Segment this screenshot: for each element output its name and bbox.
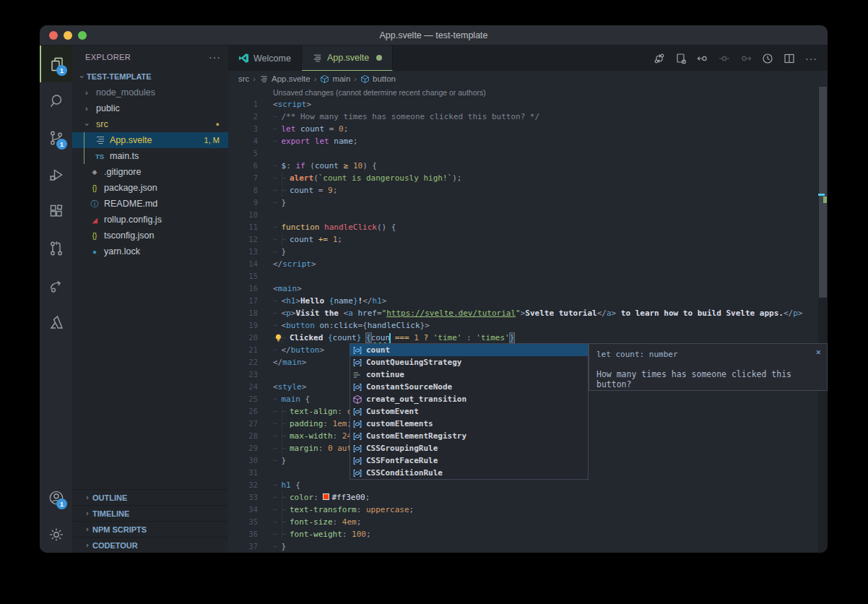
suggestion-cssconditionrule[interactable]: CSSConditionRule (350, 467, 588, 479)
code-line-8[interactable]: 8→→count = 9; (228, 184, 828, 197)
activity-item-settings[interactable] (40, 516, 72, 553)
code-line-35[interactable]: 35→→font-size: 4em; (228, 516, 828, 528)
breadcrumb-label: button (373, 74, 396, 83)
code-line-9[interactable]: 9→} (228, 197, 828, 209)
suggestion-count[interactable]: count (350, 344, 588, 356)
code-line-17[interactable]: 17→<h1>Hello {name}!</h1> (228, 295, 828, 307)
line-number: 12 (228, 233, 273, 246)
explorer-item-rollup-config-js[interactable]: ◢rollup.config.js (72, 212, 228, 228)
code-line-14[interactable]: 14</script> (228, 258, 828, 270)
code-line-33[interactable]: 33→→color: #ff3e00; (228, 491, 828, 504)
code-editor[interactable]: Unsaved changes (cannot determine recent… (228, 87, 828, 553)
code-line-19[interactable]: 19→<button on:click={handleClick}> (228, 319, 828, 332)
code-line-1[interactable]: 1<script> (228, 98, 828, 111)
close-window-button[interactable] (49, 31, 58, 40)
activity-item-run-debug[interactable] (40, 156, 72, 193)
lightbulb-icon[interactable] (274, 333, 283, 342)
line-number: 14 (228, 258, 273, 270)
token-prop: max-width (290, 431, 333, 441)
codelens-unsaved[interactable]: Unsaved changes (cannot determine recent… (228, 87, 828, 98)
code-line-5[interactable]: 5 (228, 147, 828, 160)
explorer-item-yarn-lock[interactable]: ●yarn.lock (72, 243, 228, 259)
explorer-item-app-svelte[interactable]: App.svelte1, M (72, 132, 228, 148)
explorer-item-readme-md[interactable]: ⓘREADME.md (72, 196, 228, 212)
svelte-file-icon (312, 53, 323, 64)
line-content (273, 270, 828, 282)
explorer-item-node-modules[interactable]: ›node_modules (72, 85, 228, 100)
suggestion-cssgroupingrule[interactable]: CSSGroupingRule (350, 442, 588, 454)
tab-app-svelte[interactable]: App.svelte (302, 46, 393, 71)
section-timeline[interactable]: ›TIMELINE (72, 505, 228, 521)
code-line-4[interactable]: 4→export let name; (228, 135, 828, 147)
zoom-window-button[interactable] (78, 31, 87, 40)
suggestion-cssfontfacerule[interactable]: CSSFontFaceRule (350, 454, 588, 467)
code-line-13[interactable]: 13→} (228, 246, 828, 258)
sidebar-more-actions-icon[interactable]: ··· (209, 51, 221, 63)
section-label: TIMELINE (92, 509, 129, 518)
suggestion-create_out_transition[interactable]: create_out_transition (350, 393, 588, 405)
token-pn: = (377, 309, 382, 318)
activity-item-accounts[interactable]: 1 (40, 479, 72, 516)
code-line-32[interactable]: 32→h1 { (228, 479, 828, 491)
code-line-2[interactable]: 2→/** How many times has someone clicked… (228, 111, 828, 123)
section-outline[interactable]: ›OUTLINE (72, 489, 228, 505)
open-changes-icon[interactable] (675, 53, 687, 64)
suggestion-constantsourcenode[interactable]: ConstantSourceNode (350, 381, 588, 393)
scrollbar-slider[interactable] (819, 87, 827, 298)
previous-diff-icon[interactable] (719, 53, 730, 64)
code-line-37[interactable]: 37→} (228, 540, 828, 553)
code-line-3[interactable]: 3→let count = 0; (228, 123, 828, 135)
suggestion-continue[interactable]: continue (350, 368, 588, 381)
code-line-7[interactable]: 7→→alert(`count is dangerously high!`); (228, 172, 828, 184)
section-npm-scripts[interactable]: ›NPM SCRIPTS (72, 521, 228, 537)
tab-whitespace: → (273, 528, 282, 540)
suggestion-countqueuingstrategy[interactable]: CountQueuingStrategy (350, 356, 588, 368)
breadcrumb-item-app-svelte[interactable]: App.svelte (259, 74, 311, 84)
explorer-item-src[interactable]: ›src● (72, 116, 228, 132)
suggestion-label: CSSFontFaceRule (366, 456, 438, 465)
code-line-12[interactable]: 12→→count += 1; (228, 233, 828, 246)
code-line-36[interactable]: 36→→font-weight: 100; (228, 528, 828, 540)
code-line-20[interactable]: 20→→Clicked {count} {coun === 1 ? 'time'… (228, 332, 828, 344)
line-content: →$: if (count ≥ 10) { (273, 160, 828, 172)
minimize-window-button[interactable] (64, 31, 72, 40)
line-number: 30 (228, 454, 273, 467)
code-line-18[interactable]: 18→<p>Visit the <a href="https://svelte.… (228, 307, 828, 319)
activity-item-explorer[interactable]: 1 (40, 46, 72, 82)
explorer-item-public[interactable]: ›public (72, 100, 228, 116)
file-history-icon[interactable] (762, 53, 773, 64)
previous-change-icon[interactable] (697, 53, 708, 64)
activity-item-github-pull-requests[interactable] (40, 230, 72, 267)
explorer-item--gitignore[interactable]: ◆.gitignore (72, 164, 228, 180)
code-line-16[interactable]: 16<main> (228, 282, 828, 295)
activity-item-azure[interactable] (40, 303, 72, 340)
code-line-6[interactable]: 6→$: if (count ≥ 10) { (228, 160, 828, 172)
breadcrumb-item-main[interactable]: main (320, 74, 350, 84)
activity-item-extensions[interactable] (40, 193, 72, 230)
activity-item-live-share[interactable] (40, 267, 72, 303)
token-pn: ; (365, 493, 370, 502)
color-swatch[interactable] (323, 493, 329, 500)
breadcrumb-item-src[interactable]: src (238, 74, 249, 83)
breadcrumb-item-button[interactable]: button (360, 74, 396, 84)
activity-item-source-control[interactable]: 1 (40, 119, 72, 156)
suggestion-customelementregistry[interactable]: CustomElementRegistry (350, 430, 588, 442)
code-line-10[interactable]: 10 (228, 209, 828, 221)
close-icon[interactable]: ✕ (816, 347, 821, 357)
activity-item-search[interactable] (40, 82, 72, 119)
split-editor-icon[interactable] (784, 53, 795, 64)
suggestion-customevent[interactable]: CustomEvent (350, 405, 588, 418)
next-diff-icon[interactable] (740, 53, 752, 64)
explorer-item-tsconfig-json[interactable]: {}tsconfig.json (72, 228, 228, 243)
code-line-34[interactable]: 34→→text-transform: uppercase; (228, 504, 828, 516)
code-line-11[interactable]: 11→function handleClick() { (228, 221, 828, 233)
section-codetour[interactable]: ›CODETOUR (72, 537, 228, 553)
explorer-root-folder[interactable]: › TEST-TEMPLATE (72, 69, 228, 85)
tab-welcome[interactable]: Welcome (228, 46, 302, 71)
explorer-item-main-ts[interactable]: TSmain.ts (72, 148, 228, 164)
compare-changes-icon[interactable] (654, 53, 665, 64)
code-line-15[interactable]: 15 (228, 270, 828, 282)
more-actions-icon[interactable]: ··· (805, 53, 817, 64)
suggestion-customelements[interactable]: customElements (350, 418, 588, 430)
explorer-item-package-json[interactable]: {}package.json (72, 180, 228, 196)
